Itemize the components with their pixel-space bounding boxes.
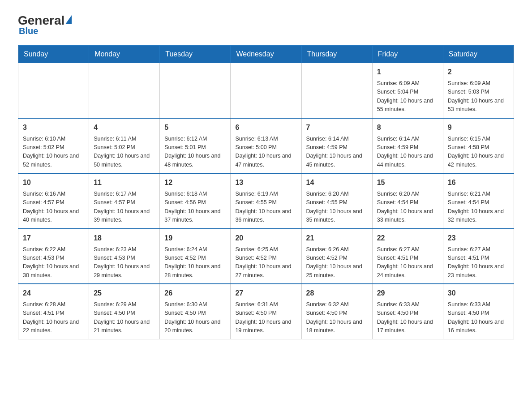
calendar-cell: 12Sunrise: 6:18 AM Sunset: 4:56 PM Dayli…: [160, 173, 231, 229]
day-number: 14: [306, 177, 368, 188]
day-number: 25: [94, 288, 155, 299]
day-number: 1: [377, 67, 438, 77]
calendar-cell: 15Sunrise: 6:20 AM Sunset: 4:54 PM Dayli…: [372, 173, 443, 229]
calendar-week-row: 10Sunrise: 6:16 AM Sunset: 4:57 PM Dayli…: [18, 173, 514, 229]
day-info: Sunrise: 6:22 AM Sunset: 4:53 PM Dayligh…: [23, 245, 84, 280]
weekday-header-wednesday: Wednesday: [231, 46, 301, 63]
day-info: Sunrise: 6:32 AM Sunset: 4:50 PM Dayligh…: [306, 300, 368, 335]
day-number: 17: [23, 233, 84, 244]
day-number: 24: [23, 288, 84, 299]
day-number: 21: [306, 233, 368, 244]
day-info: Sunrise: 6:24 AM Sunset: 4:52 PM Dayligh…: [164, 245, 226, 280]
calendar-cell: 1Sunrise: 6:09 AM Sunset: 5:04 PM Daylig…: [372, 63, 443, 118]
calendar-header-row: SundayMondayTuesdayWednesdayThursdayFrid…: [18, 46, 514, 63]
day-info: Sunrise: 6:12 AM Sunset: 5:01 PM Dayligh…: [164, 135, 226, 170]
day-number: 16: [448, 177, 509, 188]
weekday-header-tuesday: Tuesday: [160, 46, 231, 63]
weekday-header-sunday: Sunday: [18, 46, 89, 63]
day-info: Sunrise: 6:23 AM Sunset: 4:53 PM Dayligh…: [94, 245, 155, 280]
day-info: Sunrise: 6:11 AM Sunset: 5:02 PM Dayligh…: [94, 135, 155, 170]
day-number: 26: [164, 288, 226, 299]
day-info: Sunrise: 6:20 AM Sunset: 4:54 PM Dayligh…: [377, 190, 438, 225]
calendar-cell: 13Sunrise: 6:19 AM Sunset: 4:55 PM Dayli…: [231, 173, 301, 229]
calendar-cell: 28Sunrise: 6:32 AM Sunset: 4:50 PM Dayli…: [301, 284, 372, 339]
day-info: Sunrise: 6:14 AM Sunset: 4:59 PM Dayligh…: [306, 135, 368, 170]
day-info: Sunrise: 6:33 AM Sunset: 4:50 PM Dayligh…: [448, 300, 509, 335]
weekday-header-thursday: Thursday: [301, 46, 372, 63]
day-info: Sunrise: 6:10 AM Sunset: 5:02 PM Dayligh…: [23, 135, 84, 170]
calendar-cell: 10Sunrise: 6:16 AM Sunset: 4:57 PM Dayli…: [18, 173, 89, 229]
calendar-cell: 3Sunrise: 6:10 AM Sunset: 5:02 PM Daylig…: [18, 118, 89, 174]
calendar-week-row: 24Sunrise: 6:28 AM Sunset: 4:51 PM Dayli…: [18, 284, 514, 339]
day-number: 11: [94, 177, 155, 188]
day-number: 7: [306, 122, 368, 133]
day-info: Sunrise: 6:13 AM Sunset: 5:00 PM Dayligh…: [235, 135, 296, 170]
calendar-cell: 16Sunrise: 6:21 AM Sunset: 4:54 PM Dayli…: [443, 173, 514, 229]
weekday-header-saturday: Saturday: [443, 46, 514, 63]
calendar-cell: 8Sunrise: 6:14 AM Sunset: 4:59 PM Daylig…: [372, 118, 443, 174]
day-number: 19: [164, 233, 226, 244]
calendar-week-row: 17Sunrise: 6:22 AM Sunset: 4:53 PM Dayli…: [18, 229, 514, 284]
day-info: Sunrise: 6:15 AM Sunset: 4:58 PM Dayligh…: [448, 135, 509, 170]
calendar-cell: 21Sunrise: 6:26 AM Sunset: 4:52 PM Dayli…: [301, 229, 372, 284]
calendar-cell: [301, 63, 372, 118]
day-number: 5: [164, 122, 226, 133]
calendar-cell: 17Sunrise: 6:22 AM Sunset: 4:53 PM Dayli…: [18, 229, 89, 284]
calendar-cell: 11Sunrise: 6:17 AM Sunset: 4:57 PM Dayli…: [89, 173, 160, 229]
day-number: 28: [306, 288, 368, 299]
day-number: 22: [377, 233, 438, 244]
day-info: Sunrise: 6:14 AM Sunset: 4:59 PM Dayligh…: [377, 135, 438, 170]
page-header: General Blue: [18, 13, 514, 36]
day-number: 13: [235, 177, 296, 188]
calendar-cell: 5Sunrise: 6:12 AM Sunset: 5:01 PM Daylig…: [160, 118, 231, 174]
day-info: Sunrise: 6:09 AM Sunset: 5:04 PM Dayligh…: [377, 79, 438, 114]
calendar-cell: 26Sunrise: 6:30 AM Sunset: 4:50 PM Dayli…: [160, 284, 231, 339]
day-number: 27: [235, 288, 296, 299]
day-info: Sunrise: 6:25 AM Sunset: 4:52 PM Dayligh…: [235, 245, 296, 280]
day-info: Sunrise: 6:27 AM Sunset: 4:51 PM Dayligh…: [448, 245, 509, 280]
day-number: 2: [448, 67, 509, 77]
day-number: 10: [23, 177, 84, 188]
calendar-cell: 4Sunrise: 6:11 AM Sunset: 5:02 PM Daylig…: [89, 118, 160, 174]
day-info: Sunrise: 6:09 AM Sunset: 5:03 PM Dayligh…: [448, 79, 509, 114]
calendar-table: SundayMondayTuesdayWednesdayThursdayFrid…: [18, 45, 514, 339]
calendar-cell: 14Sunrise: 6:20 AM Sunset: 4:55 PM Dayli…: [301, 173, 372, 229]
day-number: 29: [377, 288, 438, 299]
day-number: 12: [164, 177, 226, 188]
day-number: 20: [235, 233, 296, 244]
calendar-cell: 9Sunrise: 6:15 AM Sunset: 4:58 PM Daylig…: [443, 118, 514, 174]
day-number: 6: [235, 122, 296, 133]
calendar-week-row: 3Sunrise: 6:10 AM Sunset: 5:02 PM Daylig…: [18, 118, 514, 174]
calendar-cell: 2Sunrise: 6:09 AM Sunset: 5:03 PM Daylig…: [443, 63, 514, 118]
calendar-cell: 27Sunrise: 6:31 AM Sunset: 4:50 PM Dayli…: [231, 284, 301, 339]
calendar-cell: 30Sunrise: 6:33 AM Sunset: 4:50 PM Dayli…: [443, 284, 514, 339]
day-info: Sunrise: 6:19 AM Sunset: 4:55 PM Dayligh…: [235, 190, 296, 225]
day-info: Sunrise: 6:28 AM Sunset: 4:51 PM Dayligh…: [23, 300, 84, 335]
day-number: 8: [377, 122, 438, 133]
logo-blue-text: Blue: [19, 26, 38, 36]
day-info: Sunrise: 6:26 AM Sunset: 4:52 PM Dayligh…: [306, 245, 368, 280]
day-number: 18: [94, 233, 155, 244]
calendar-cell: 18Sunrise: 6:23 AM Sunset: 4:53 PM Dayli…: [89, 229, 160, 284]
day-number: 3: [23, 122, 84, 133]
calendar-cell: 7Sunrise: 6:14 AM Sunset: 4:59 PM Daylig…: [301, 118, 372, 174]
day-info: Sunrise: 6:33 AM Sunset: 4:50 PM Dayligh…: [377, 300, 438, 335]
calendar-cell: [89, 63, 160, 118]
calendar-cell: 25Sunrise: 6:29 AM Sunset: 4:50 PM Dayli…: [89, 284, 160, 339]
day-number: 4: [94, 122, 155, 133]
calendar-cell: 24Sunrise: 6:28 AM Sunset: 4:51 PM Dayli…: [18, 284, 89, 339]
calendar-cell: [160, 63, 231, 118]
calendar-cell: 20Sunrise: 6:25 AM Sunset: 4:52 PM Dayli…: [231, 229, 301, 284]
calendar-cell: 6Sunrise: 6:13 AM Sunset: 5:00 PM Daylig…: [231, 118, 301, 174]
day-info: Sunrise: 6:18 AM Sunset: 4:56 PM Dayligh…: [164, 190, 226, 225]
weekday-header-monday: Monday: [89, 46, 160, 63]
weekday-header-friday: Friday: [372, 46, 443, 63]
calendar-cell: [231, 63, 301, 118]
calendar-cell: 22Sunrise: 6:27 AM Sunset: 4:51 PM Dayli…: [372, 229, 443, 284]
day-number: 30: [448, 288, 509, 299]
day-info: Sunrise: 6:29 AM Sunset: 4:50 PM Dayligh…: [94, 300, 155, 335]
day-number: 23: [448, 233, 509, 244]
day-info: Sunrise: 6:21 AM Sunset: 4:54 PM Dayligh…: [448, 190, 509, 225]
day-info: Sunrise: 6:17 AM Sunset: 4:57 PM Dayligh…: [94, 190, 155, 225]
day-info: Sunrise: 6:16 AM Sunset: 4:57 PM Dayligh…: [23, 190, 84, 225]
